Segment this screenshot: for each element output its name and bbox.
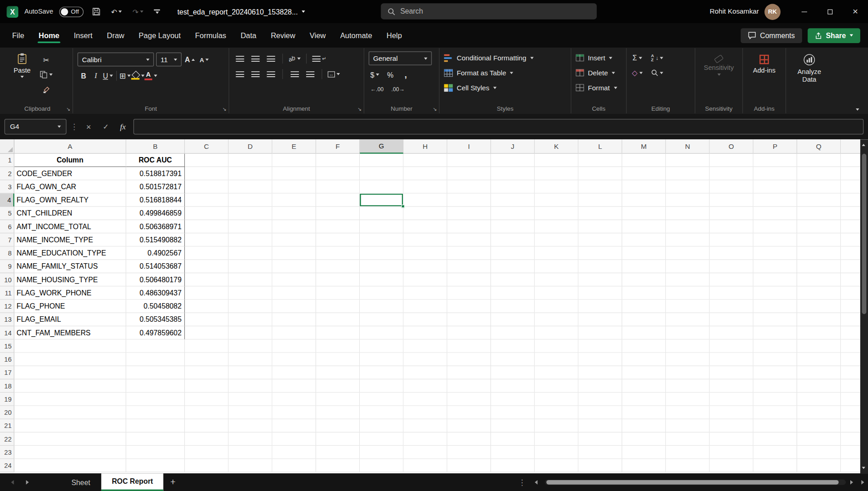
row-header-8[interactable]: 8 xyxy=(0,247,15,260)
cell-G24[interactable] xyxy=(360,459,403,472)
save-button[interactable] xyxy=(89,4,103,20)
menu-tab-draw[interactable]: Draw xyxy=(100,26,131,44)
cell-Q19[interactable] xyxy=(797,393,841,406)
cell-N3[interactable] xyxy=(666,180,709,193)
cell-L6[interactable] xyxy=(579,220,622,233)
cell-K3[interactable] xyxy=(535,180,578,193)
cell-D9[interactable] xyxy=(228,260,272,273)
cell-I16[interactable] xyxy=(447,353,491,366)
row-header-6[interactable]: 6 xyxy=(0,220,15,233)
cell-Q20[interactable] xyxy=(797,406,841,419)
bold-button[interactable]: B xyxy=(78,70,90,82)
formula-input[interactable] xyxy=(134,119,864,134)
align-top-button[interactable] xyxy=(233,53,246,65)
cell-G17[interactable] xyxy=(360,366,403,379)
cell-M3[interactable] xyxy=(622,180,666,193)
italic-button[interactable]: I xyxy=(89,70,102,82)
analyze-data-button[interactable]: Analyze Data xyxy=(786,48,833,83)
cell-F19[interactable] xyxy=(316,393,360,406)
cell-L1[interactable] xyxy=(579,154,622,167)
row-header-19[interactable]: 19 xyxy=(0,393,15,406)
cell-I20[interactable] xyxy=(447,406,491,419)
cell-H24[interactable] xyxy=(403,459,447,472)
cell-M5[interactable] xyxy=(622,207,666,220)
row-header-18[interactable]: 18 xyxy=(0,379,15,393)
cell-M13[interactable] xyxy=(622,313,666,326)
cell-C7[interactable] xyxy=(185,233,228,246)
cell-N24[interactable] xyxy=(666,459,709,472)
cell-N9[interactable] xyxy=(666,260,709,273)
row-header-10[interactable]: 10 xyxy=(0,273,15,286)
cell-D13[interactable] xyxy=(228,313,272,326)
cell-B19[interactable] xyxy=(126,393,185,406)
cell-C23[interactable] xyxy=(185,446,228,459)
cell-D17[interactable] xyxy=(228,366,272,379)
cell-H17[interactable] xyxy=(403,366,447,379)
cell-F20[interactable] xyxy=(316,406,360,419)
vertical-scrollbar-thumb[interactable] xyxy=(862,154,867,314)
cell-O23[interactable] xyxy=(709,446,753,459)
cell-F16[interactable] xyxy=(316,353,360,366)
cell-A20[interactable] xyxy=(15,406,126,419)
cell-A4[interactable]: FLAG_OWN_REALTY xyxy=(15,194,126,207)
select-all-corner[interactable] xyxy=(0,139,15,154)
cell-F15[interactable] xyxy=(316,339,360,353)
cell-F5[interactable] xyxy=(316,207,360,220)
cell-K1[interactable] xyxy=(535,154,578,167)
menu-tab-home[interactable]: Home xyxy=(32,26,66,44)
cell-H13[interactable] xyxy=(403,313,447,326)
cell-E16[interactable] xyxy=(273,353,316,366)
cell-J18[interactable] xyxy=(491,379,535,393)
cell-D18[interactable] xyxy=(228,379,272,393)
row-header-21[interactable]: 21 xyxy=(0,419,15,432)
cell-Q4[interactable] xyxy=(797,194,841,207)
cell-L16[interactable] xyxy=(579,353,622,366)
cell-H22[interactable] xyxy=(403,432,447,446)
cell-A23[interactable] xyxy=(15,446,126,459)
cell-K19[interactable] xyxy=(535,393,578,406)
cell-E9[interactable] xyxy=(273,260,316,273)
cell-F12[interactable] xyxy=(316,300,360,313)
cell-B17[interactable] xyxy=(126,366,185,379)
cell-C19[interactable] xyxy=(185,393,228,406)
cell-Q12[interactable] xyxy=(797,300,841,313)
cell-K6[interactable] xyxy=(535,220,578,233)
cell-B15[interactable] xyxy=(126,339,185,353)
fill-handle[interactable] xyxy=(402,205,405,208)
cell-Q5[interactable] xyxy=(797,207,841,220)
cell-J21[interactable] xyxy=(491,419,535,432)
cell-C17[interactable] xyxy=(185,366,228,379)
row-header-16[interactable]: 16 xyxy=(0,353,15,366)
column-header-H[interactable]: H xyxy=(403,139,447,154)
cell-P7[interactable] xyxy=(754,233,797,246)
cell-E5[interactable] xyxy=(273,207,316,220)
column-header-J[interactable]: J xyxy=(491,139,535,154)
cell-M17[interactable] xyxy=(622,366,666,379)
cell-J12[interactable] xyxy=(491,300,535,313)
cell-G5[interactable] xyxy=(360,207,403,220)
cell-O21[interactable] xyxy=(709,419,753,432)
cell-G22[interactable] xyxy=(360,432,403,446)
cell-A5[interactable]: CNT_CHILDREN xyxy=(15,207,126,220)
cell-M16[interactable] xyxy=(622,353,666,366)
cell-I17[interactable] xyxy=(447,366,491,379)
cell-I3[interactable] xyxy=(447,180,491,193)
cell-L5[interactable] xyxy=(579,207,622,220)
cancel-entry-button[interactable]: × xyxy=(82,120,95,133)
cell-A10[interactable]: NAME_HOUSING_TYPE xyxy=(15,273,126,286)
cell-G7[interactable] xyxy=(360,233,403,246)
menu-tab-page-layout[interactable]: Page Layout xyxy=(132,26,188,44)
cell-J20[interactable] xyxy=(491,406,535,419)
wrap-text-button[interactable]: ↵ xyxy=(312,53,326,65)
row-header-3[interactable]: 3 xyxy=(0,180,15,193)
cell-N21[interactable] xyxy=(666,419,709,432)
cell-Q2[interactable] xyxy=(797,167,841,180)
cell-J5[interactable] xyxy=(491,207,535,220)
cell-D16[interactable] xyxy=(228,353,272,366)
cell-J22[interactable] xyxy=(491,432,535,446)
cell-M24[interactable] xyxy=(622,459,666,472)
cell-A11[interactable]: FLAG_WORK_PHONE xyxy=(15,286,126,300)
cell-C11[interactable] xyxy=(185,286,228,300)
cell-Q18[interactable] xyxy=(797,379,841,393)
cell-H16[interactable] xyxy=(403,353,447,366)
